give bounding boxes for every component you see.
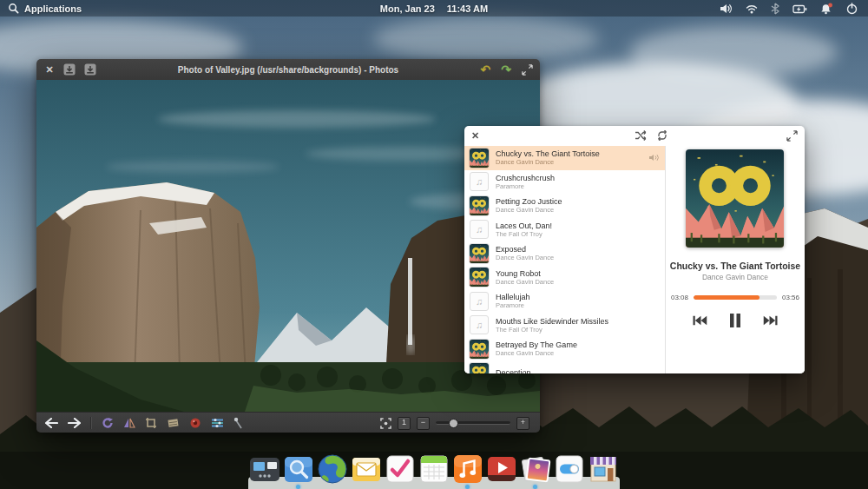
dock-item-system-settings[interactable] — [553, 453, 586, 487]
playlist-track-row[interactable]: ♫ Deception — [464, 361, 665, 374]
applications-label: Applications — [24, 3, 82, 14]
red-eye-icon[interactable] — [189, 417, 201, 429]
track-meta: Exposed Dance Gavin Dance — [496, 245, 660, 261]
fullscreen-icon[interactable] — [522, 64, 533, 76]
dock-item-photos[interactable] — [519, 453, 552, 487]
system-indicators — [720, 3, 868, 15]
playlist-track-row[interactable]: ♫ Crushcrushcrush Paramore — [464, 170, 665, 195]
open-image-icon[interactable] — [62, 63, 76, 76]
dock-item-videos[interactable] — [485, 453, 518, 487]
previous-track-button[interactable] — [692, 314, 707, 327]
mail-icon — [350, 453, 383, 486]
dock-item-files[interactable] — [282, 453, 315, 487]
zoom-slider-handle[interactable] — [449, 419, 458, 428]
dock-item-tasks[interactable] — [384, 453, 417, 487]
album-art-thumb — [470, 244, 489, 263]
now-playing-pane: Chucky vs. The Giant Tortoise Dance Gavi… — [666, 146, 805, 373]
playlist-track-row[interactable]: ♫ Chucky vs. The Giant Tortoise Dance Ga… — [464, 146, 665, 170]
next-track-button[interactable] — [763, 314, 779, 327]
photos-window-title: Photo of Valley.jpg (/usr/share/backgrou… — [36, 65, 540, 75]
videos-icon — [485, 453, 518, 486]
photos-header-bar[interactable]: ✕ Photo of Valley.jpg (/usr/share/backgr… — [36, 59, 540, 80]
track-title: Deception — [496, 368, 660, 373]
tasks-icon — [384, 453, 417, 486]
power-icon[interactable] — [846, 3, 858, 15]
album-art-thumb — [470, 268, 489, 287]
track-title: Exposed — [496, 245, 660, 254]
note-art-thumb: ♫ — [470, 220, 489, 239]
forward-icon[interactable] — [68, 418, 81, 428]
playlist-track-row[interactable]: ♫ Young Robot Dance Gavin Dance — [464, 266, 665, 290]
close-icon[interactable]: ✕ — [43, 63, 56, 76]
dock-item-multitasking-view[interactable] — [248, 453, 281, 487]
album-art-thumb — [470, 363, 489, 373]
panel-time[interactable]: 11:43 AM — [447, 3, 488, 14]
panel-date[interactable]: Mon, Jan 23 — [380, 3, 435, 14]
pin-icon[interactable] — [233, 417, 244, 429]
dock-item-appcenter[interactable] — [587, 453, 620, 487]
fullscreen-icon[interactable] — [786, 130, 798, 142]
battery-charging-icon[interactable] — [792, 3, 807, 14]
note-art-thumb: ♫ — [470, 292, 489, 311]
straighten-icon[interactable] — [167, 417, 180, 429]
track-title: Petting Zoo Justice — [496, 197, 660, 206]
track-meta: Chucky vs. The Giant Tortoise Dance Gavi… — [496, 149, 642, 166]
volume-icon[interactable] — [720, 3, 733, 15]
playlist-track-row[interactable]: ♫ Betrayed By The Game Dance Gavin Dance — [464, 337, 665, 361]
progress-fill — [694, 295, 760, 300]
redo-icon[interactable]: ↷ — [501, 63, 511, 76]
undo-icon[interactable]: ↶ — [481, 63, 491, 76]
now-playing-icon — [649, 154, 660, 162]
track-title: Young Robot — [496, 269, 660, 278]
zoom-out-button[interactable]: − — [417, 417, 430, 430]
music-header-bar[interactable]: ✕ — [464, 126, 805, 146]
track-meta: Hallelujah Paramore — [496, 293, 660, 309]
crop-icon[interactable] — [145, 417, 157, 429]
pause-button[interactable] — [728, 313, 742, 328]
playlist-track-row[interactable]: ♫ Exposed Dance Gavin Dance — [464, 241, 665, 266]
track-title: Laces Out, Dan! — [496, 221, 660, 230]
now-playing-title: Chucky vs. The Giant Tortoise — [666, 261, 805, 271]
bluetooth-icon[interactable] — [771, 3, 779, 15]
close-icon[interactable]: ✕ — [471, 130, 483, 142]
export-icon[interactable] — [83, 63, 97, 76]
zoom-1to1-button[interactable]: 1 — [398, 417, 411, 430]
track-meta: Mouths Like Sidewinder Missiles The Fall… — [496, 317, 660, 334]
album-art-thumb — [470, 149, 489, 168]
track-title: Chucky vs. The Giant Tortoise — [496, 149, 642, 158]
playback-controls — [666, 313, 805, 328]
back-icon[interactable] — [45, 418, 58, 428]
playlist[interactable]: ♫ Chucky vs. The Giant Tortoise Dance Ga… — [464, 146, 666, 373]
track-meta: Betrayed By The Game Dance Gavin Dance — [496, 340, 660, 357]
calendar-icon — [418, 453, 450, 486]
zoom-in-button[interactable]: + — [516, 417, 529, 430]
playlist-track-row[interactable]: ♫ Hallelujah Paramore — [464, 289, 665, 314]
playlist-track-row[interactable]: ♫ Petting Zoo Justice Dance Gavin Dance — [464, 194, 665, 218]
shuffle-icon[interactable] — [635, 130, 648, 141]
playlist-track-row[interactable]: ♫ Mouths Like Sidewinder Missiles The Fa… — [464, 314, 665, 338]
playlist-track-row[interactable]: ♫ Laces Out, Dan! The Fall Of Troy — [464, 218, 665, 242]
track-artist: Paramore — [496, 301, 660, 309]
search-icon — [8, 3, 19, 14]
system-settings-icon — [553, 453, 586, 486]
applications-menu[interactable]: Applications — [0, 3, 82, 14]
dock-item-web-browser[interactable] — [316, 453, 349, 487]
flip-icon[interactable] — [123, 417, 135, 429]
zoom-slider[interactable] — [436, 421, 510, 425]
desktop: Applications Mon, Jan 23 11:43 AM — [0, 0, 868, 489]
rotate-icon[interactable] — [102, 417, 114, 429]
adjust-icon[interactable] — [211, 418, 224, 428]
note-art-thumb: ♫ — [470, 172, 489, 191]
repeat-icon[interactable] — [656, 130, 668, 141]
wifi-icon[interactable] — [746, 3, 758, 14]
fit-to-window-icon[interactable] — [380, 418, 391, 429]
dock-item-calendar[interactable] — [418, 453, 450, 487]
running-indicator — [296, 485, 300, 489]
notifications-icon[interactable] — [820, 3, 833, 15]
running-indicator — [533, 485, 537, 489]
dock-item-music[interactable] — [451, 453, 484, 487]
seek-bar[interactable] — [694, 295, 777, 300]
top-panel: Applications Mon, Jan 23 11:43 AM — [0, 0, 868, 17]
dock-item-mail[interactable] — [350, 453, 383, 487]
track-meta: Young Robot Dance Gavin Dance — [496, 269, 660, 286]
